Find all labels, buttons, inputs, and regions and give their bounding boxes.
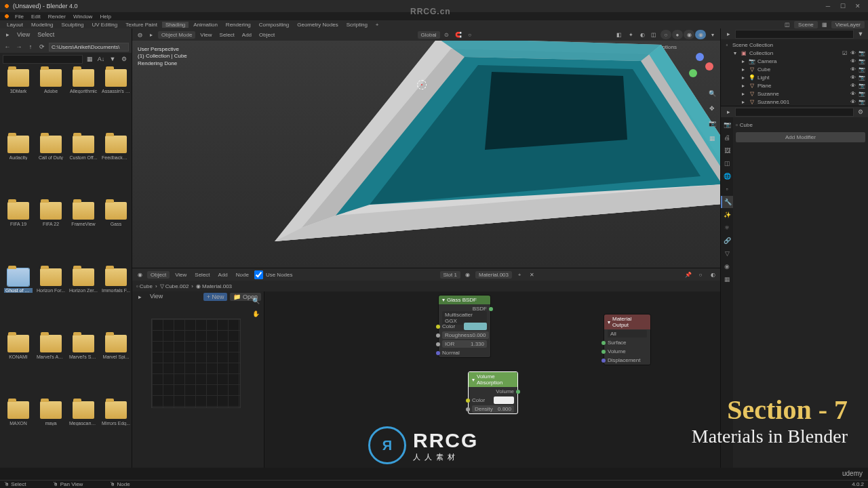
tab-add[interactable]: + xyxy=(372,22,382,28)
props-opts-icon[interactable]: ⚙ xyxy=(856,108,865,116)
tab-object-icon[interactable]: ▫ xyxy=(721,183,733,195)
folder-item[interactable]: Marvel's Spi... xyxy=(69,335,98,397)
prop-edit-icon[interactable]: ○ xyxy=(465,30,475,39)
nav-up-icon[interactable]: ↑ xyxy=(26,43,35,51)
tab-modeling[interactable]: Modeling xyxy=(28,22,56,28)
editor-type-3d-icon[interactable]: ◍ xyxy=(135,30,144,39)
glass-rough[interactable]: Roughness0.000 xyxy=(439,331,490,340)
folder-item[interactable]: FIFA 22 xyxy=(37,202,65,264)
shade-matprev-icon[interactable]: ◉ xyxy=(684,30,694,39)
volabs-out[interactable]: Volume xyxy=(469,387,517,396)
ne-search-icon[interactable]: 🔍 xyxy=(250,296,261,306)
viewlayer-icon[interactable]: ▦ xyxy=(820,20,829,28)
node-canvas[interactable]: ▾ Glass BSDF BSDF Multiscatter GGX Color… xyxy=(264,291,720,468)
nav-refresh-icon[interactable]: ⟳ xyxy=(37,43,47,51)
tab-sculpting[interactable]: Sculpting xyxy=(58,22,87,28)
crumb-obj[interactable]: ▫ Cube xyxy=(136,283,153,289)
tab-data-icon[interactable]: ▽ xyxy=(721,247,733,260)
vp-object[interactable]: Object xyxy=(256,32,277,38)
gizmo-x-icon[interactable] xyxy=(705,62,713,70)
ne-select[interactable]: Select xyxy=(192,272,212,278)
menu-window[interactable]: Window xyxy=(71,14,95,20)
xray-icon[interactable]: ◫ xyxy=(649,30,658,39)
shading-opts-icon[interactable]: ▾ xyxy=(708,30,717,39)
path-input[interactable] xyxy=(49,43,129,52)
folder-item[interactable]: Assassin's C... xyxy=(102,69,130,131)
shade-solid-icon[interactable]: ● xyxy=(672,30,683,39)
vp-select[interactable]: Select xyxy=(217,32,237,38)
matout-header[interactable]: ▾ Material Output xyxy=(604,314,650,329)
folder-item[interactable]: Immortals F... xyxy=(102,268,130,331)
nav-gizmo[interactable] xyxy=(686,53,713,80)
toolbar-toggle-icon[interactable]: ▸ xyxy=(146,30,156,39)
outliner-filter-icon[interactable]: ▼ xyxy=(856,30,865,38)
viewlayer-dropdown[interactable]: ViewLayer xyxy=(831,21,865,28)
node-volume-absorption[interactable]: ▾ Volume Absorption Volume Color Density… xyxy=(468,371,518,414)
folder-item[interactable]: Marvel's Ave... xyxy=(37,335,65,397)
tab-physics-icon[interactable]: ⚛ xyxy=(721,222,733,234)
editor-type-icon[interactable]: ▸ xyxy=(3,30,12,39)
folder-item[interactable]: Ghost of Ts... xyxy=(4,268,33,331)
tab-comp[interactable]: Compositing xyxy=(256,22,292,28)
slot-dropdown[interactable]: Slot 1 xyxy=(440,271,460,279)
tab-render[interactable]: Rendering xyxy=(222,22,254,28)
matout-target[interactable]: All xyxy=(608,330,647,338)
tree-light[interactable]: ▸💡Light👁📷 xyxy=(724,73,865,81)
folder-item[interactable]: Megascans ... xyxy=(69,401,98,464)
folder-item[interactable]: Horizon For... xyxy=(37,268,65,331)
search-input[interactable] xyxy=(3,55,83,64)
move-view-icon[interactable]: ✥ xyxy=(707,103,717,114)
material-dropdown[interactable]: Material.003 xyxy=(475,271,512,279)
tab-view-icon[interactable]: 🖼 xyxy=(721,144,733,157)
tab-constraint-icon[interactable]: 🔗 xyxy=(721,235,733,247)
props-search[interactable] xyxy=(735,108,854,117)
magnet-icon[interactable]: 🧲 xyxy=(454,30,463,39)
folder-item[interactable]: Custom Off... xyxy=(69,136,98,198)
folder-item[interactable]: FeedbackHub xyxy=(102,136,130,198)
ne-node[interactable]: Node xyxy=(233,272,252,278)
tab-uv[interactable]: UV Editing xyxy=(88,22,121,28)
gizmo-z-icon[interactable] xyxy=(696,53,704,61)
overlay-icon[interactable]: ◐ xyxy=(637,30,647,39)
tree-camera[interactable]: ▸📷Camera👁📷 xyxy=(724,57,865,65)
nav-back-icon[interactable]: ← xyxy=(3,43,12,51)
filter-icon[interactable]: ▼ xyxy=(108,55,117,63)
node-glass-header[interactable]: ▾ Glass BSDF xyxy=(439,296,490,304)
mat-unlink-icon[interactable]: ✕ xyxy=(527,270,536,279)
tree-collection[interactable]: ▾▣Collection☑👁📷 xyxy=(724,49,865,57)
add-modifier-button[interactable]: Add Modifier xyxy=(736,132,865,142)
menu-help[interactable]: Help xyxy=(97,14,113,20)
folder-item[interactable]: MAXON xyxy=(4,401,33,464)
ne-mode[interactable]: Object xyxy=(147,271,170,279)
folder-item[interactable]: Audacity xyxy=(4,136,33,198)
ne-view[interactable]: View xyxy=(172,272,189,278)
volabs-color[interactable]: Color xyxy=(469,396,517,405)
snap-icon[interactable]: ⊙ xyxy=(442,30,452,39)
tab-render-props-icon[interactable]: 📷 xyxy=(721,119,733,131)
persp-icon[interactable]: ▦ xyxy=(707,133,717,144)
glass-color[interactable]: Color xyxy=(439,322,490,331)
folder-item[interactable]: Allegorithmic xyxy=(69,69,98,131)
folder-item[interactable]: 3DMark xyxy=(4,69,33,131)
folder-item[interactable]: Mirrors Edg... xyxy=(102,401,130,464)
gizmo-icon[interactable]: ✦ xyxy=(626,30,635,39)
shade-wire-icon[interactable]: ○ xyxy=(660,30,671,39)
use-nodes-checkbox[interactable] xyxy=(254,270,263,279)
tree-scene[interactable]: ▫Scene Collection xyxy=(724,41,865,49)
camera-view-icon[interactable]: 📷 xyxy=(707,118,717,129)
glass-ior[interactable]: IOR1.330 xyxy=(439,340,490,348)
nav-fwd-icon[interactable]: → xyxy=(14,43,24,51)
volabs-density[interactable]: Density0.800 xyxy=(469,405,517,413)
orientation-dropdown[interactable]: Global xyxy=(418,31,440,39)
outliner-search[interactable] xyxy=(735,30,854,39)
fb-view[interactable]: View xyxy=(14,31,33,38)
crumb-mesh[interactable]: ▽ Cube.002 xyxy=(160,283,189,289)
tree-cube[interactable]: ▸▽Cube👁📷 xyxy=(724,65,865,73)
tab-texture-icon[interactable]: ▦ xyxy=(721,273,733,285)
menu-render[interactable]: Render xyxy=(45,14,68,20)
outliner-type-icon[interactable]: ▸ xyxy=(724,30,733,38)
pin-icon[interactable]: 📌 xyxy=(684,270,693,279)
gizmo-y-icon[interactable] xyxy=(689,69,697,77)
matout-disp[interactable]: Displacement xyxy=(604,356,650,365)
tree-plane[interactable]: ▸▽Plane👁📷 xyxy=(724,81,865,89)
